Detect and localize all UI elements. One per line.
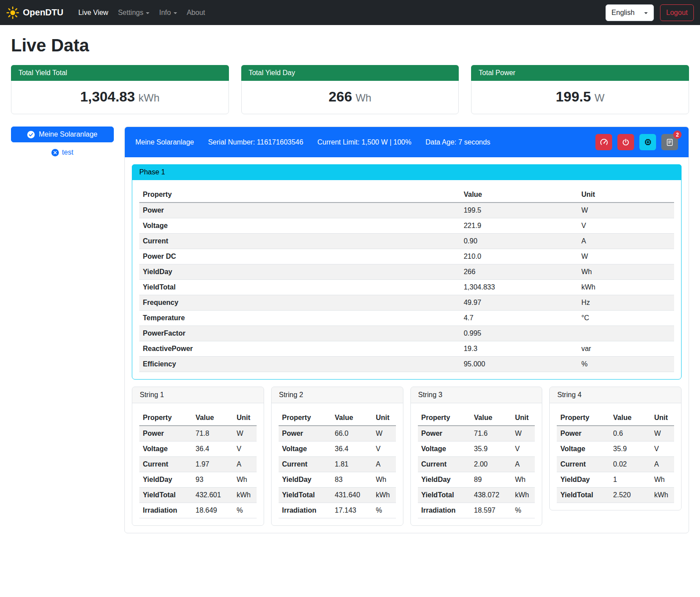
property-cell: YieldDay (557, 472, 609, 488)
unit-cell: Wh (651, 472, 674, 488)
value: 1,304.83 (80, 89, 135, 105)
device-info-button[interactable] (639, 134, 656, 150)
sun-logo-icon (6, 6, 19, 19)
table-row: Power 71.8 W (139, 426, 257, 441)
sidebar-item-inverter-test[interactable]: test (11, 148, 114, 156)
phase-card-title: Phase 1 (132, 164, 682, 180)
string-card-body: Property Value Unit (550, 403, 681, 510)
table-row: Power 66.0 W (279, 426, 396, 441)
value-cell: 1.97 (192, 457, 233, 472)
value-cell: 49.97 (460, 295, 578, 311)
table-row: YieldDay 1 Wh (557, 472, 674, 488)
col-property: Property (557, 410, 609, 426)
unit-cell: A (233, 457, 256, 472)
value-cell: 66.0 (331, 426, 372, 441)
unit-cell: A (372, 457, 395, 472)
sidebar-item-inverter-selected[interactable]: Meine Solaranlage (11, 127, 114, 142)
event-log-button[interactable]: 2 (661, 134, 678, 150)
unit-cell: Hz (578, 295, 674, 311)
table-row: PowerFactor 0.995 (139, 326, 674, 341)
inverter-name: Meine Solaranlage (135, 138, 194, 146)
unit: Wh (355, 92, 371, 104)
nav-links: Live View Settings Info About (75, 5, 209, 20)
unit-cell: % (578, 357, 674, 372)
card-body: 1,304.83kWh (11, 81, 228, 114)
property-cell: Voltage (418, 441, 471, 457)
nav-info-label: Info (159, 9, 171, 17)
value-cell: 18.649 (192, 503, 233, 518)
unit-cell: kWh (372, 488, 395, 503)
unit: W (595, 92, 605, 104)
unit-cell: W (511, 426, 535, 441)
value-cell: 71.8 (192, 426, 233, 441)
unit-cell: V (233, 441, 256, 457)
page-title: Live Data (11, 36, 689, 55)
check-circle-icon (27, 131, 35, 138)
col-value: Value (192, 410, 233, 426)
nav-info-dropdown[interactable]: Info (156, 5, 181, 20)
brand-link[interactable]: OpenDTU (6, 6, 63, 19)
table-row: Current 0.02 A (557, 457, 674, 472)
property-cell: Irradiation (279, 503, 331, 518)
table-header-row: Property Value Unit (139, 410, 257, 426)
value-cell: 1.81 (331, 457, 372, 472)
value-cell: 0.02 (609, 457, 650, 472)
table-row: Current 0.90 A (139, 234, 674, 249)
property-cell: YieldTotal (139, 280, 460, 295)
property-cell: Power (557, 426, 609, 441)
string-card: String 3 Property Value Unit (410, 387, 543, 526)
value-cell: 0.6 (609, 426, 650, 441)
value-cell: 266 (460, 264, 578, 280)
value-cell: 0.90 (460, 234, 578, 249)
unit-cell: A (578, 234, 674, 249)
col-unit: Unit (651, 410, 674, 426)
table-header-row: Property Value Unit (279, 410, 396, 426)
property-cell: YieldTotal (418, 488, 471, 503)
value-cell: 2.520 (609, 488, 650, 503)
nav-about[interactable]: About (183, 5, 209, 20)
value-cell: 432.601 (192, 488, 233, 503)
table-row: Voltage 36.4 V (279, 441, 396, 457)
power-button[interactable] (617, 134, 634, 150)
inverter-card-body: Phase 1 Property Value Unit (125, 157, 689, 533)
property-cell: Frequency (139, 295, 460, 311)
table-row: Current 2.00 A (418, 457, 535, 472)
property-cell: YieldTotal (279, 488, 331, 503)
unit-cell: W (651, 426, 674, 441)
property-cell: Power (279, 426, 331, 441)
table-header-row: Property Value Unit (139, 187, 674, 203)
col-unit: Unit (233, 410, 256, 426)
unit-cell: % (372, 503, 395, 518)
inverter-serial: Serial Number: 116171603546 (208, 138, 303, 146)
property-cell: YieldDay (139, 264, 460, 280)
unit-cell: V (651, 441, 674, 457)
value-cell: 438.072 (471, 488, 511, 503)
caret-down-icon (174, 12, 177, 14)
nav-settings-dropdown[interactable]: Settings (114, 5, 153, 20)
value: 199.5 (556, 89, 591, 105)
x-circle-icon (51, 149, 59, 156)
table-row: Current 1.81 A (279, 457, 396, 472)
table-row: Voltage 35.9 V (418, 441, 535, 457)
string-table: Property Value Unit (279, 410, 396, 518)
property-cell: YieldTotal (557, 488, 609, 503)
sidebar-item-label: test (62, 148, 73, 156)
property-cell: Current (139, 457, 192, 472)
unit-cell: kWh (578, 280, 674, 295)
value-cell: 71.6 (471, 426, 511, 441)
nav-live-view[interactable]: Live View (75, 5, 112, 20)
value: 266 (329, 89, 352, 105)
table-row: YieldTotal 431.640 kWh (279, 488, 396, 503)
language-select[interactable]: English (606, 4, 654, 21)
value-cell: 89 (471, 472, 511, 488)
property-cell: Current (557, 457, 609, 472)
property-cell: Efficiency (139, 357, 460, 372)
unit-cell: Wh (372, 472, 395, 488)
table-row: Irradiation 17.143 % (279, 503, 396, 518)
table-row: Power 0.6 W (557, 426, 674, 441)
inverter-card-header: Meine Solaranlage Serial Number: 1161716… (125, 127, 689, 157)
card-body: 199.5W (472, 81, 689, 114)
limit-settings-button[interactable] (595, 134, 612, 150)
journal-text-icon (666, 138, 674, 146)
logout-button[interactable]: Logout (660, 4, 694, 21)
